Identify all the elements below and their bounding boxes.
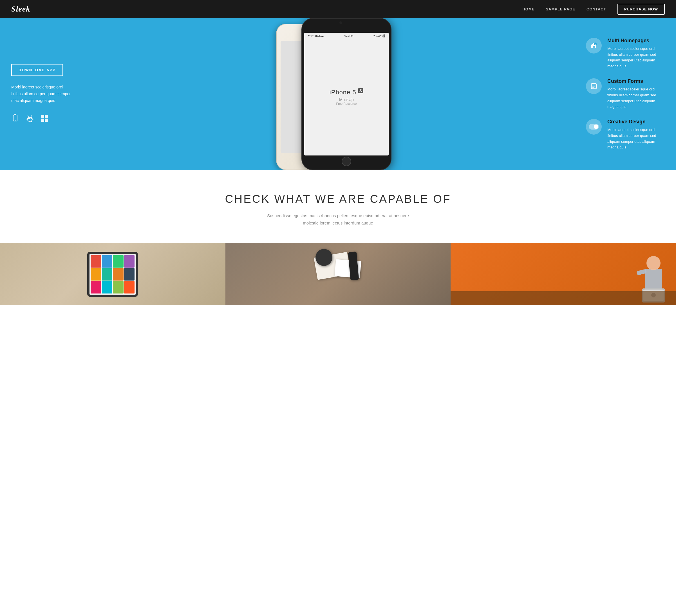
- svg-rect-1: [14, 114, 16, 115]
- navbar: Sleek HOME SAMPLE PAGE CONTACT PURCHASE …: [0, 0, 676, 18]
- card-stationery: [225, 243, 451, 305]
- toggle-icon: [589, 124, 599, 130]
- phone-battery: ✦ 100% ▓: [373, 34, 385, 37]
- ios-icon: [11, 114, 19, 124]
- feature-creative-design: Creative Design Morbi laoreet scelerisqu…: [586, 119, 665, 150]
- download-app-button[interactable]: DOWNLOAD APP: [11, 64, 63, 76]
- svg-point-23: [646, 256, 661, 270]
- creative-design-text: Creative Design Morbi laoreet scelerisqu…: [607, 119, 665, 150]
- svg-rect-0: [13, 115, 17, 121]
- custom-forms-title: Custom Forms: [607, 78, 665, 84]
- phone-model-name: iPhone 5 S: [330, 89, 363, 96]
- phone-carrier: ●●○○ BELL ☁: [307, 34, 324, 37]
- multi-homepages-icon: [586, 38, 602, 54]
- creative-design-title: Creative Design: [607, 119, 665, 125]
- svg-point-7: [29, 118, 29, 118]
- custom-forms-icon: [586, 78, 602, 94]
- svg-line-6: [31, 115, 32, 116]
- feature-custom-forms: Custom Forms Morbi laoreet scelerisque o…: [586, 78, 665, 110]
- svg-rect-22: [645, 269, 662, 291]
- custom-forms-desc: Morbi laoreet scelerisque orci finibus u…: [607, 87, 665, 110]
- desk-surface: [451, 291, 676, 305]
- windows-icon: [41, 114, 48, 124]
- platform-icons: [11, 114, 73, 124]
- creative-design-desc: Morbi laoreet scelerisque orci finibus u…: [607, 127, 665, 150]
- svg-point-8: [31, 118, 31, 118]
- custom-forms-text: Custom Forms Morbi laoreet scelerisque o…: [607, 78, 665, 110]
- multi-homepages-title: Multi Homepages: [607, 38, 665, 44]
- svg-rect-16: [45, 118, 48, 122]
- phone-time: 4:21 PM: [344, 34, 353, 37]
- capabilities-subtitle: Suspendisse egestas mattis rhoncus pelle…: [262, 212, 414, 226]
- multi-homepages-desc: Morbi laoreet scelerisque orci finibus u…: [607, 46, 665, 69]
- hero-left-panel: DOWNLOAD APP Morbi laoreet scelerisque o…: [0, 18, 84, 170]
- multi-homepages-text: Multi Homepages Morbi laoreet scelerisqu…: [607, 38, 665, 69]
- android-icon: [26, 114, 34, 124]
- phone-screen: ●●○○ BELL ☁ 4:21 PM ✦ 100% ▓ iPhone 5 S …: [304, 33, 389, 155]
- nav-sample-page[interactable]: SAMPLE PAGE: [546, 7, 575, 11]
- purchase-now-button[interactable]: PURCHASE NOW: [617, 4, 665, 15]
- feature-multi-homepages: Multi Homepages Morbi laoreet scelerisqu…: [586, 38, 665, 69]
- svg-point-2: [15, 120, 16, 121]
- phone-camera: [339, 21, 342, 24]
- svg-line-5: [28, 115, 29, 116]
- capabilities-section: CHECK WHAT WE ARE CAPABLE OF Suspendisse…: [0, 170, 676, 317]
- stationery-seal: [316, 249, 332, 266]
- hero-phone-mockup: ●●○○ BELL ☁ 4:21 PM ✦ 100% ▓ iPhone 5 S …: [84, 18, 580, 170]
- hero-section: DOWNLOAD APP Morbi laoreet scelerisque o…: [0, 18, 676, 170]
- phone-status-bar: ●●○○ BELL ☁ 4:21 PM ✦ 100% ▓: [304, 34, 389, 37]
- svg-rect-15: [41, 118, 44, 122]
- phone-front-mockup: ●●○○ BELL ☁ 4:21 PM ✦ 100% ▓ iPhone 5 S …: [301, 18, 391, 170]
- phone-free-resource: Free Resource: [330, 102, 363, 105]
- tablet-mockup: [87, 252, 138, 297]
- capability-cards-row: [0, 243, 676, 305]
- site-logo[interactable]: Sleek: [11, 4, 30, 13]
- hero-features-panel: Multi Homepages Morbi laoreet scelerisqu…: [580, 18, 676, 170]
- phone-home-button: [342, 157, 351, 166]
- hero-description: Morbi laoreet scelerisque orci finibus u…: [11, 84, 73, 104]
- card-person: [451, 243, 676, 305]
- svg-rect-13: [41, 115, 44, 118]
- phone-mockup-label: MockUp: [330, 97, 363, 102]
- capabilities-heading: CHECK WHAT WE ARE CAPABLE OF: [11, 193, 665, 205]
- nav-home[interactable]: HOME: [522, 7, 534, 11]
- card-tablet: [0, 243, 225, 305]
- nav-contact[interactable]: CONTACT: [586, 7, 606, 11]
- phone-screen-content: iPhone 5 S MockUp Free Resource: [330, 89, 363, 105]
- creative-design-icon: [586, 119, 602, 135]
- nav-links: HOME SAMPLE PAGE CONTACT PURCHASE NOW: [522, 4, 665, 15]
- svg-rect-14: [45, 115, 48, 118]
